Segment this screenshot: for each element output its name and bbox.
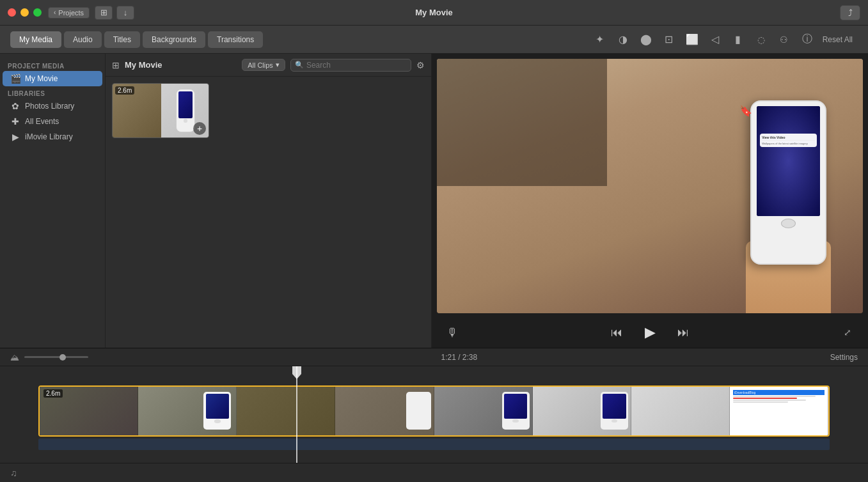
media-grid: 2.6m +: [106, 77, 431, 348]
skip-forward-icon: ⏭: [677, 326, 689, 339]
download-button[interactable]: ↓: [116, 6, 134, 20]
add-clip-button[interactable]: +: [193, 122, 206, 135]
media-browser: ⊞ My Movie All Clips ▾ 🔍 ⚙: [106, 54, 432, 348]
sidebar-item-photos-library[interactable]: ✿ Photos Library: [3, 98, 102, 114]
bars-icon[interactable]: ▮: [730, 32, 746, 47]
photos-library-label: Photos Library: [25, 102, 74, 111]
libraries-section: LIBRARIES: [0, 86, 105, 98]
current-time: 1:21: [441, 353, 455, 362]
music-icon: ♫: [10, 468, 17, 478]
share-icon: ⤴: [848, 8, 853, 18]
clips-filter-selector[interactable]: All Clips ▾: [242, 59, 285, 71]
fullscreen-button[interactable]: ⤢: [837, 322, 858, 343]
tab-my-media[interactable]: My Media: [10, 31, 61, 48]
blog-preview: iDownloadBlog: [731, 388, 826, 434]
maximize-button[interactable]: [33, 8, 42, 17]
color-balance-icon[interactable]: ◑: [615, 32, 631, 47]
video-scene: View this Video Wallpapers of the latest…: [437, 59, 863, 313]
skip-back-button[interactable]: ⏮: [606, 322, 627, 343]
media-settings-icon[interactable]: ⚙: [416, 60, 425, 70]
events-icon: ✚: [10, 116, 20, 127]
play-button[interactable]: ▶: [640, 322, 660, 343]
traffic-lights: [8, 8, 42, 17]
tab-titles[interactable]: Titles: [104, 31, 140, 48]
toolbar: My Media Audio Titles Backgrounds Transi…: [0, 26, 868, 54]
my-movie-label: My Movie: [25, 74, 58, 83]
play-icon: ▶: [645, 324, 656, 341]
grid-view-button[interactable]: ⊞: [95, 6, 113, 20]
sidebar-item-imovie-library[interactable]: ▶ iMovie Library: [3, 129, 102, 144]
person-icon[interactable]: ⚇: [777, 32, 792, 47]
total-time: 2:38: [462, 353, 477, 362]
timeline-footer: ♫: [0, 463, 868, 482]
download-icon: ↓: [123, 8, 128, 17]
film-segment-6: [533, 387, 631, 435]
search-icon: 🔍: [295, 61, 304, 69]
project-media-section: PROJECT MEDIA: [0, 59, 105, 71]
close-button[interactable]: [8, 8, 16, 17]
settings-label[interactable]: Settings: [830, 353, 858, 362]
all-events-label: All Events: [25, 117, 59, 126]
film-segment-2: [138, 387, 237, 435]
toolbar-tools: ✦ ◑ ⬤ ⊡ ⬜ ◁ ▮ ◌ ⚇ ⓘ: [592, 32, 815, 47]
timeline-area: ⛰ 1:21 / 2:38 Settings 2.6m: [0, 348, 868, 482]
fullscreen-icon: ⤢: [844, 327, 851, 338]
time-separator: /: [458, 353, 462, 362]
titlebar-nav: ⊞ ↓: [95, 6, 134, 20]
film-icon: 🎬: [10, 74, 20, 84]
film-segment-8: iDownloadBlog: [730, 387, 828, 435]
camera-icon[interactable]: ⬜: [684, 32, 700, 47]
clips-filter-chevron: ▾: [276, 61, 280, 69]
film-segment-4: [335, 387, 434, 435]
search-input[interactable]: [306, 61, 407, 70]
media-browser-title: My Movie: [125, 60, 237, 70]
tab-transitions[interactable]: Transitions: [208, 31, 263, 48]
projects-label: Projects: [58, 9, 84, 17]
share-button[interactable]: ⤴: [840, 5, 860, 20]
speed-icon[interactable]: ◌: [754, 32, 769, 47]
volume-icon[interactable]: ◁: [707, 32, 723, 47]
video-clip-track[interactable]: 2.6m: [38, 385, 830, 437]
color-picker-icon[interactable]: ⬤: [638, 32, 654, 47]
info-icon[interactable]: ⓘ: [800, 32, 815, 47]
zoom-controls: ⛰: [10, 352, 88, 362]
clip-filmstrip: iDownloadBlog: [40, 387, 828, 435]
preview-panel: View this Video Wallpapers of the latest…: [432, 54, 868, 348]
search-box[interactable]: 🔍: [290, 59, 411, 72]
clip-duration: 2.6m: [115, 86, 134, 95]
chevron-left-icon: ‹: [54, 9, 56, 16]
skip-back-icon: ⏮: [611, 326, 622, 339]
film-segment-3: [237, 387, 335, 435]
sidebar: PROJECT MEDIA 🎬 My Movie LIBRARIES ✿ Pho…: [0, 54, 106, 348]
sidebar-item-all-events[interactable]: ✚ All Events: [3, 114, 102, 129]
audio-track: [38, 439, 830, 450]
microphone-icon: 🎙: [446, 326, 458, 339]
film-segment-5: [434, 387, 533, 435]
zoom-out-icon: ⛰: [10, 352, 19, 362]
zoom-slider-thumb: [59, 354, 66, 361]
clip-thumbnail[interactable]: 2.6m +: [112, 83, 209, 138]
skip-forward-button[interactable]: ⏭: [673, 322, 693, 343]
preview-controls: 🎙 ⏮ ▶ ⏭ ⤢: [432, 318, 868, 348]
sidebar-toggle-icon[interactable]: ⊞: [112, 60, 120, 70]
photos-icon: ✿: [10, 101, 20, 111]
chevron-right-icon: ▶: [10, 132, 20, 142]
tab-backgrounds[interactable]: Backgrounds: [143, 31, 205, 48]
grid-icon: ⊞: [100, 8, 107, 17]
main-content: PROJECT MEDIA 🎬 My Movie LIBRARIES ✿ Pho…: [0, 54, 868, 348]
minimize-button[interactable]: [20, 8, 29, 17]
reset-all-button[interactable]: Reset All: [817, 35, 858, 44]
phone-in-segment: [203, 392, 231, 430]
titlebar-right: ⤴: [840, 5, 860, 20]
microphone-button[interactable]: 🎙: [442, 322, 462, 343]
timeline-time-display: 1:21 / 2:38: [88, 353, 830, 362]
projects-button[interactable]: ‹ Projects: [48, 7, 90, 19]
film-segment-7: [631, 387, 730, 435]
magic-wand-icon[interactable]: ✦: [592, 32, 608, 47]
tab-audio[interactable]: Audio: [64, 31, 102, 48]
sidebar-item-my-movie[interactable]: 🎬 My Movie: [3, 71, 102, 86]
media-header: ⊞ My Movie All Clips ▾ 🔍 ⚙: [106, 54, 431, 77]
playhead[interactable]: [296, 366, 297, 463]
crop-icon[interactable]: ⊡: [661, 32, 677, 47]
zoom-slider[interactable]: [24, 356, 88, 358]
